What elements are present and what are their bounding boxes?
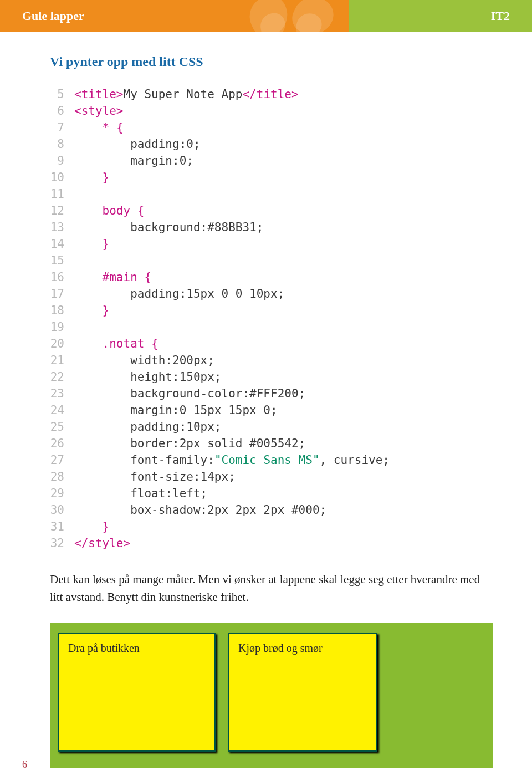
code-line: 12 body { <box>50 202 493 219</box>
line-number: 31 <box>50 518 74 535</box>
code-line: 5<title>My Super Note App</title> <box>50 86 493 103</box>
code-content <box>74 252 81 269</box>
code-line: 29 float:left; <box>50 485 493 502</box>
code-content: #main { <box>74 269 151 285</box>
line-number: 15 <box>50 252 74 269</box>
code-content: <title>My Super Note App</title> <box>74 86 299 103</box>
line-number: 13 <box>50 219 74 236</box>
line-number: 6 <box>50 103 74 119</box>
code-line: 27 font-family:"Comic Sans MS", cursive; <box>50 452 493 468</box>
butterfly-decoration <box>249 0 332 32</box>
line-number: 21 <box>50 352 74 369</box>
banner-right: IT2 <box>349 0 532 32</box>
note-1: Dra på butikken <box>58 633 216 752</box>
line-number: 9 <box>50 152 74 169</box>
line-number: 28 <box>50 468 74 485</box>
code-line: 9 margin:0; <box>50 152 493 169</box>
code-line: 7 * { <box>50 119 493 136</box>
code-line: 13 background:#88BB31; <box>50 219 493 236</box>
code-content: box-shadow:2px 2px 2px #000; <box>74 502 326 518</box>
code-content: </style> <box>74 535 130 552</box>
line-number: 27 <box>50 452 74 468</box>
note-2: Kjøp brød og smør <box>228 633 377 752</box>
code-content: width:200px; <box>74 352 214 369</box>
banner-left-title: Gule lapper <box>22 9 84 23</box>
note-2-text: Kjøp brød og smør <box>238 642 323 654</box>
notes-preview: Dra på butikken Kjøp brød og smør <box>50 623 493 768</box>
code-content <box>74 319 81 335</box>
code-content <box>74 186 81 202</box>
banner-right-title: IT2 <box>491 9 510 23</box>
code-line: 28 font-size:14px; <box>50 468 493 485</box>
code-content: margin:0; <box>74 152 193 169</box>
code-content: padding:10px; <box>74 419 222 435</box>
code-line: 18 } <box>50 302 493 319</box>
line-number: 23 <box>50 385 74 402</box>
note-1-text: Dra på butikken <box>68 642 140 654</box>
line-number: 8 <box>50 136 74 152</box>
code-line: 24 margin:0 15px 15px 0; <box>50 402 493 419</box>
body-paragraph: Dett kan løses på mange måter. Men vi øn… <box>50 571 493 606</box>
line-number: 19 <box>50 319 74 335</box>
line-number: 18 <box>50 302 74 319</box>
line-number: 25 <box>50 419 74 435</box>
code-line: 32</style> <box>50 535 493 552</box>
code-content: background-color:#FFF200; <box>74 385 305 402</box>
code-content: margin:0 15px 15px 0; <box>74 402 278 419</box>
line-number: 16 <box>50 269 74 285</box>
line-number: 26 <box>50 435 74 452</box>
code-content: font-size:14px; <box>74 468 236 485</box>
line-number: 22 <box>50 369 74 385</box>
line-number: 11 <box>50 186 74 202</box>
code-line: 10 } <box>50 169 493 186</box>
line-number: 12 <box>50 202 74 219</box>
code-content: } <box>74 236 109 252</box>
code-line: 8 padding:0; <box>50 136 493 152</box>
code-line: 22 height:150px; <box>50 369 493 385</box>
code-content: float:left; <box>74 485 207 502</box>
code-content: font-family:"Comic Sans MS", cursive; <box>74 452 390 468</box>
line-number: 5 <box>50 86 74 103</box>
code-content: } <box>74 518 109 535</box>
code-line: 11 <box>50 186 493 202</box>
code-line: 16 #main { <box>50 269 493 285</box>
line-number: 24 <box>50 402 74 419</box>
page-number: 6 <box>22 759 27 770</box>
section-title: Vi pynter opp med litt CSS <box>50 54 493 69</box>
code-line: 26 border:2px solid #005542; <box>50 435 493 452</box>
code-line: 25 padding:10px; <box>50 419 493 435</box>
code-line: 30 box-shadow:2px 2px 2px #000; <box>50 502 493 518</box>
code-line: 17 padding:15px 0 0 10px; <box>50 285 493 302</box>
page-banner: Gule lapper IT2 <box>0 0 532 32</box>
code-content: <style> <box>74 103 124 119</box>
code-content: body { <box>74 202 144 219</box>
line-number: 17 <box>50 285 74 302</box>
code-line: 31 } <box>50 518 493 535</box>
code-line: 20 .notat { <box>50 335 493 352</box>
code-content: } <box>74 169 109 186</box>
line-number: 20 <box>50 335 74 352</box>
code-line: 23 background-color:#FFF200; <box>50 385 493 402</box>
banner-left: Gule lapper <box>0 0 349 32</box>
code-line: 14 } <box>50 236 493 252</box>
code-content: height:150px; <box>74 369 222 385</box>
line-number: 30 <box>50 502 74 518</box>
code-content: } <box>74 302 109 319</box>
line-number: 10 <box>50 169 74 186</box>
code-line: 21 width:200px; <box>50 352 493 369</box>
code-content: border:2px solid #005542; <box>74 435 305 452</box>
code-line: 15 <box>50 252 493 269</box>
code-content: * { <box>74 119 124 136</box>
code-content: .notat { <box>74 335 158 352</box>
line-number: 7 <box>50 119 74 136</box>
code-content: padding:15px 0 0 10px; <box>74 285 284 302</box>
code-content: background:#88BB31; <box>74 219 263 236</box>
code-line: 19 <box>50 319 493 335</box>
line-number: 32 <box>50 535 74 552</box>
code-content: padding:0; <box>74 136 201 152</box>
line-number: 29 <box>50 485 74 502</box>
code-editor: 5<title>My Super Note App</title>6<style… <box>50 86 493 552</box>
line-number: 14 <box>50 236 74 252</box>
code-line: 6<style> <box>50 103 493 119</box>
